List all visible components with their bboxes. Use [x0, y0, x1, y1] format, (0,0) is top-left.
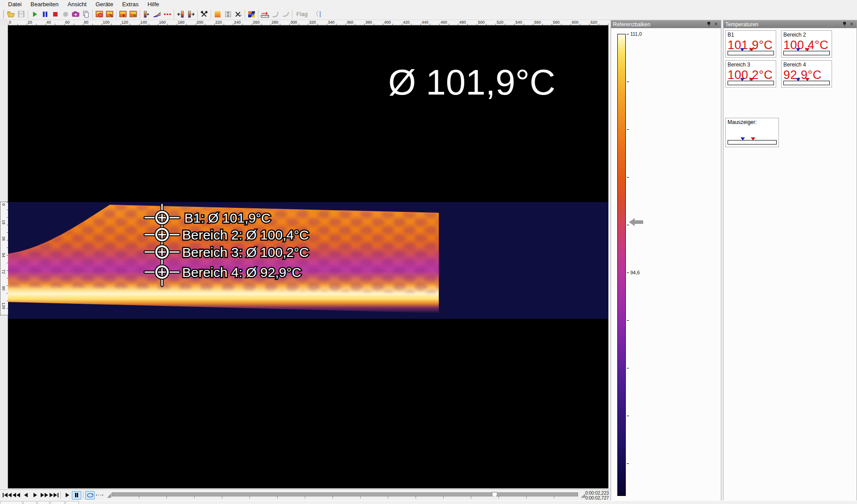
- fast-forward-button[interactable]: [40, 491, 49, 500]
- tile-range-bar: [728, 81, 774, 85]
- colorbar-max-label: 111,0: [630, 31, 642, 37]
- ruler-tick-label: 120: [121, 20, 128, 25]
- ruler-tick-label: 520: [497, 20, 503, 25]
- ruler-tick-label: 120: [1, 302, 6, 311]
- ruler-tick-label: 420: [403, 20, 410, 25]
- ruler-tick-label: 340: [328, 20, 335, 25]
- menu-item[interactable]: Bearbeiten: [26, 0, 63, 8]
- play-button[interactable]: [29, 9, 40, 19]
- tools-button[interactable]: [199, 9, 209, 19]
- toolbar-grip[interactable]: [2, 10, 4, 18]
- ruler-tick-label: 200: [196, 20, 203, 25]
- palette-shift-right-button[interactable]: [186, 9, 196, 19]
- image-zoom-button[interactable]: [94, 9, 104, 19]
- ruler-tick-label: 20: [28, 20, 32, 25]
- settings-tools-button[interactable]: [233, 9, 243, 19]
- temperatures-header[interactable]: Temperaturen ×: [724, 21, 857, 28]
- menu-item[interactable]: Datei: [4, 0, 26, 8]
- close-icon[interactable]: ×: [849, 21, 855, 27]
- colorbar-ticks: [627, 34, 629, 496]
- auto-range-button[interactable]: [223, 9, 233, 19]
- reference-bar-header[interactable]: Referenzbalken ×: [611, 21, 721, 28]
- ruler-tick-label: 80: [84, 20, 88, 25]
- timeline-track[interactable]: [112, 492, 578, 496]
- loop-button[interactable]: [85, 491, 95, 500]
- close-icon[interactable]: ×: [713, 21, 719, 27]
- pause-button[interactable]: [40, 9, 50, 19]
- goto-start-button[interactable]: [2, 491, 12, 500]
- pin-icon[interactable]: [706, 21, 712, 27]
- timeline[interactable]: [112, 492, 578, 499]
- ruler-tick-label: 320: [309, 20, 316, 25]
- tile-label: Bereich 3: [728, 62, 774, 68]
- ruler-measure-button[interactable]: [260, 9, 270, 19]
- snapshot-camera-button[interactable]: [71, 9, 81, 19]
- measure-line-button[interactable]: [162, 9, 172, 19]
- tile-label: Bereich 4: [783, 62, 830, 68]
- tile-label: B1: [728, 32, 774, 38]
- ruler-tick-label: 580: [553, 20, 560, 25]
- ruler-tick-label: 60: [65, 20, 70, 25]
- max-marker-icon: [805, 78, 810, 81]
- menu-item[interactable]: Ansicht: [63, 0, 91, 8]
- ruler-tick-label: 300: [290, 20, 297, 25]
- temperature-tile[interactable]: Bereich 2 100,4°C: [781, 30, 832, 58]
- flag-button[interactable]: Flag: [294, 11, 310, 17]
- fast-rewind-button[interactable]: [12, 491, 21, 500]
- reference-colorbar[interactable]: [617, 34, 626, 496]
- min-marker-icon: [740, 78, 745, 81]
- copy-button[interactable]: [81, 9, 91, 19]
- hand-grab-button[interactable]: [270, 9, 280, 19]
- tile-range-bar: [783, 81, 830, 85]
- temperature-tile[interactable]: Bereich 4 92,9°C: [781, 60, 832, 87]
- ruler-tick-label: 220: [215, 20, 222, 25]
- ruler-tick-label: 90: [1, 286, 6, 295]
- play-button[interactable]: [62, 491, 72, 500]
- temperature-tile[interactable]: B1 101,9°C: [725, 30, 776, 58]
- ruler-tick-label: 36: [1, 236, 6, 245]
- goto-end-button[interactable]: [49, 491, 58, 500]
- tile-range-bar: [728, 51, 774, 55]
- ruler-tick-label: 180: [178, 20, 184, 25]
- timestamps: 0:00:02,223 0:00:02,727: [585, 490, 609, 501]
- profile-curves-button[interactable]: [152, 9, 162, 19]
- open-file-button[interactable]: [6, 9, 16, 19]
- ruler-tick-label: 18: [1, 220, 6, 229]
- menu-item[interactable]: Hilfe: [143, 0, 163, 8]
- ruler-tick-label: 140: [140, 20, 147, 25]
- colorbar-level-arrow-icon[interactable]: [629, 218, 643, 226]
- menu-item[interactable]: Geräte: [91, 0, 118, 8]
- tile-range-bar: [783, 51, 830, 55]
- image-save-button[interactable]: [118, 9, 128, 19]
- min-marker-icon: [740, 48, 745, 51]
- image-copy-button[interactable]: [104, 9, 115, 19]
- mouse-pointer-tile[interactable]: Mauszeiger:: [725, 118, 779, 147]
- tile-range-bar: [728, 140, 777, 145]
- max-marker-icon: [805, 48, 810, 51]
- record-button[interactable]: [60, 9, 71, 19]
- temperature-tile[interactable]: Bereich 3 100,2°C: [725, 60, 776, 87]
- step-forward-button[interactable]: [30, 491, 40, 500]
- toolbar: Flag 〈|: [0, 8, 857, 20]
- thermal-image-area[interactable]: Ø 101,9°C B1: Ø 101,9°C Bereich 2: Ø 100…: [8, 25, 608, 488]
- hand-release-button[interactable]: [280, 9, 291, 19]
- save-button[interactable]: [16, 9, 26, 19]
- ruler-tick-label: 40: [46, 20, 51, 25]
- ruler-tick-label: 600: [572, 20, 578, 25]
- step-back-button[interactable]: [21, 491, 30, 500]
- colorbar-mid-label: 94,6: [630, 270, 640, 275]
- pin-icon[interactable]: [841, 21, 848, 27]
- menu-item[interactable]: Extras: [118, 0, 143, 8]
- min-marker-icon: [796, 48, 800, 51]
- stop-button[interactable]: [50, 9, 60, 19]
- marker-label-bereich4: Bereich 4: Ø 92,9°C: [182, 265, 301, 280]
- pause-button[interactable]: [72, 491, 81, 500]
- temperature-range-button[interactable]: [212, 9, 223, 19]
- timeline-end-marker: [581, 494, 585, 498]
- palette-shift-left-button[interactable]: [175, 9, 186, 19]
- marker-label-bereich2: Bereich 2: Ø 100,4°C: [182, 227, 309, 242]
- image-export-button[interactable]: [128, 9, 138, 19]
- frame-interval-button[interactable]: [95, 491, 104, 500]
- palette-select-button[interactable]: [141, 9, 152, 19]
- layout-grid-button[interactable]: [246, 9, 257, 19]
